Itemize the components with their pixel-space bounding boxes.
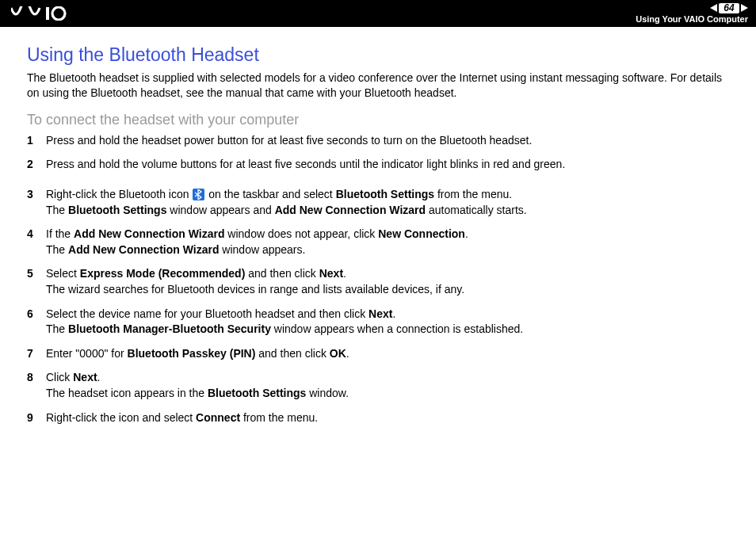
bold-text: Bluetooth Settings xyxy=(68,204,166,216)
step-text: window does not appear, click xyxy=(224,227,378,240)
header-bar: 64 Using Your VAIO Computer xyxy=(0,0,756,27)
bold-text: Add New Connection Wizard xyxy=(275,204,426,216)
bold-text: New Connection xyxy=(378,227,465,240)
step-text: . xyxy=(343,267,346,280)
step-text: on the taskbar and select xyxy=(205,188,335,200)
step-text: window. xyxy=(306,387,349,399)
bold-text: Bluetooth Passkey (PIN) xyxy=(128,347,256,360)
step-number: 9 xyxy=(27,410,33,426)
step-text: Right-click the Bluetooth icon xyxy=(46,188,192,200)
bold-text: OK xyxy=(330,347,346,360)
step-text: Select the device name for your Bluetoot… xyxy=(46,307,368,320)
bold-text: Next xyxy=(319,267,343,280)
step-text: from the menu. xyxy=(240,411,318,424)
step-text: If the xyxy=(46,227,74,240)
step-text: Right-click the icon and select xyxy=(46,411,196,424)
header-right: 64 Using Your VAIO Computer xyxy=(636,3,748,24)
bold-text: Bluetooth Manager-Bluetooth Security xyxy=(68,322,271,335)
step-3: 3 Right-click the Bluetooth icon on the … xyxy=(27,187,729,218)
bold-text: Express Mode (Recommended) xyxy=(80,267,246,280)
bold-text: Bluetooth Settings xyxy=(336,188,434,200)
step-text: and then click xyxy=(245,267,319,280)
page-number: 64 xyxy=(719,3,739,13)
step-number: 1 xyxy=(27,133,33,149)
step-6: 6 Select the device name for your Blueto… xyxy=(27,307,729,338)
step-text: The xyxy=(46,204,68,216)
step-text: . xyxy=(346,347,349,360)
svg-point-1 xyxy=(52,7,65,20)
bold-text: Next xyxy=(73,371,97,383)
step-text: window appears. xyxy=(219,243,305,256)
step-text: . xyxy=(465,227,468,240)
step-4: 4 If the Add New Connection Wizard windo… xyxy=(27,227,729,257)
intro-paragraph: The Bluetooth headset is supplied with s… xyxy=(27,71,729,101)
step-text: Press and hold the headset power button … xyxy=(46,134,532,147)
step-text: . xyxy=(392,307,395,320)
prev-page-arrow-icon[interactable] xyxy=(710,4,717,12)
step-number: 4 xyxy=(27,227,33,242)
bold-text: Add New Connection Wizard xyxy=(68,243,219,256)
step-text: Click xyxy=(46,371,73,383)
page-content: Using the Bluetooth Headset The Bluetoot… xyxy=(0,27,756,450)
step-7: 7 Enter "0000" for Bluetooth Passkey (PI… xyxy=(27,346,729,362)
step-text: window appears when a connection is esta… xyxy=(271,322,523,335)
step-2: 2 Press and hold the volume buttons for … xyxy=(27,157,729,173)
step-number: 5 xyxy=(27,266,33,282)
page-nav: 64 xyxy=(710,3,748,13)
step-text: Select xyxy=(46,267,80,280)
step-text: automatically starts. xyxy=(426,204,527,216)
bold-text: Add New Connection Wizard xyxy=(74,227,224,240)
step-number: 6 xyxy=(27,307,33,322)
bold-text: Bluetooth Settings xyxy=(208,387,306,399)
step-number: 2 xyxy=(27,157,33,173)
bluetooth-icon xyxy=(193,189,204,200)
step-9: 9 Right-click the icon and select Connec… xyxy=(27,410,729,426)
step-number: 8 xyxy=(27,370,33,386)
step-text: Press and hold the volume buttons for at… xyxy=(46,158,565,170)
step-text: from the menu. xyxy=(434,188,512,200)
step-number: 3 xyxy=(27,187,33,203)
bold-text: Connect xyxy=(196,411,240,424)
step-text: . xyxy=(97,371,101,383)
section-title: Using the Bluetooth Headset xyxy=(27,44,729,66)
steps-list: 1 Press and hold the headset power butto… xyxy=(27,133,729,425)
bold-text: Next xyxy=(368,307,392,320)
step-text: The xyxy=(46,322,68,335)
step-1: 1 Press and hold the headset power butto… xyxy=(27,133,729,149)
step-text: The xyxy=(46,243,68,256)
step-8: 8 Click Next. The headset icon appears i… xyxy=(27,370,729,401)
step-text: Enter "0000" for xyxy=(46,347,128,360)
subheading: To connect the headset with your compute… xyxy=(27,112,729,128)
step-text: window appears and xyxy=(166,204,274,216)
step-5: 5 Select Express Mode (Recommended) and … xyxy=(27,266,729,297)
step-text: The wizard searches for Bluetooth device… xyxy=(46,283,464,296)
next-page-arrow-icon[interactable] xyxy=(741,4,748,12)
breadcrumb: Using Your VAIO Computer xyxy=(636,14,748,24)
vaio-logo xyxy=(11,6,84,21)
step-number: 7 xyxy=(27,346,33,362)
step-text: The headset icon appears in the xyxy=(46,387,208,399)
step-text: and then click xyxy=(255,347,329,360)
svg-rect-0 xyxy=(46,7,49,20)
